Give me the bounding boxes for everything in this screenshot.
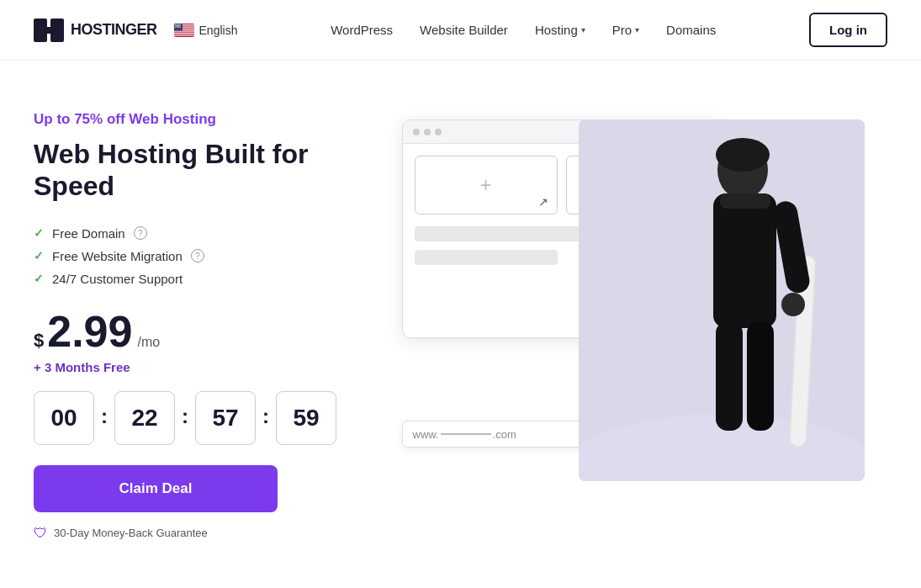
hosting-chevron-icon: ▾ [581,25,585,34]
svg-rect-36 [720,193,770,209]
brand-name: HOSTINGER [71,21,157,39]
feature-free-domain: ✓ Free Domain ? [34,226,353,241]
guarantee: 🛡 30-Day Money-Back Guarantee [34,526,353,541]
svg-point-21 [176,26,177,27]
svg-rect-31 [713,193,776,328]
browser-dot-1 [413,129,420,135]
nav-hosting[interactable]: Hosting ▾ [523,16,597,44]
svg-rect-34 [716,321,743,431]
nav-website-builder[interactable]: Website Builder [408,16,520,44]
promo-prefix: Up to [34,111,74,127]
mockup-bar-2 [415,250,558,265]
nav-pro-label: Pro [612,23,632,37]
language-label: English [199,24,238,37]
url-suffix: .com [493,428,516,441]
nav-wordpress[interactable]: WordPress [319,16,405,44]
promo-tag: Up to 75% off Web Hosting [34,111,353,128]
check-icon-3: ✓ [34,272,44,285]
surfer-bg [579,119,865,481]
svg-point-30 [716,138,770,172]
svg-point-24 [179,26,180,27]
countdown-sep-3: : [262,405,269,428]
promo-suffix: off Web Hosting [103,111,216,127]
pro-chevron-icon: ▾ [635,25,639,34]
price-period: /mo [137,335,160,350]
svg-point-20 [174,26,175,27]
svg-point-11 [174,24,175,24]
svg-point-19 [179,25,180,26]
svg-point-13 [177,24,177,24]
feature-support-label: 24/7 Customer Support [52,272,183,286]
promo-percent: 75% [74,111,103,127]
navbar: HOSTINGER [0,0,921,61]
cursor-icon: ↗ [538,195,548,209]
svg-point-15 [179,24,180,24]
nav-pro[interactable]: Pro ▾ [601,16,651,44]
nav-website-builder-label: Website Builder [420,23,508,37]
countdown-sep-2: : [182,405,188,428]
countdown-minutes: 22 [114,391,175,445]
feature-migration: ✓ Free Website Migration ? [34,249,353,263]
info-icon-1[interactable]: ? [134,226,147,240]
add-icon-1: + [479,173,491,197]
svg-point-12 [176,24,177,24]
countdown: 00 : 22 : 57 : 59 [34,391,353,445]
price-dollar: $ [34,330,44,352]
hero-section: Up to 75% off Web Hosting Web Hosting Bu… [0,61,921,582]
mockup-card-1: + ↗ [415,156,558,215]
surfer-svg [579,119,865,481]
navbar-left: HOSTINGER [34,19,237,42]
feature-free-domain-label: Free Domain [52,226,125,241]
logo[interactable]: HOSTINGER [34,19,157,42]
url-bar: www. .com [402,421,587,448]
logo-icon [34,19,64,42]
check-icon-2: ✓ [34,249,44,262]
claim-deal-button[interactable]: Claim Deal [34,465,278,512]
guarantee-label: 30-Day Money-Back Guarantee [54,527,208,539]
check-icon-1: ✓ [34,226,44,240]
nav-hosting-label: Hosting [535,23,578,37]
svg-rect-2 [34,27,64,34]
nav-domains[interactable]: Domains [654,16,728,44]
login-button[interactable]: Log in [809,13,887,47]
svg-point-14 [178,24,179,24]
svg-point-33 [781,293,805,316]
info-icon-2[interactable]: ? [191,249,204,262]
feature-migration-label: Free Website Migration [52,249,183,263]
features-list: ✓ Free Domain ? ✓ Free Website Migration… [34,226,353,286]
navbar-right: Log in [809,13,887,47]
svg-point-22 [177,26,177,27]
url-domain [441,433,491,435]
browser-dot-2 [424,129,431,135]
svg-point-17 [177,25,177,26]
nav-wordpress-label: WordPress [331,23,393,37]
svg-point-16 [175,25,176,26]
flag-icon [174,24,194,37]
hero-left: Up to 75% off Web Hosting Web Hosting Bu… [34,103,353,541]
svg-rect-9 [174,34,194,35]
countdown-frames: 59 [276,391,336,445]
hero-title: Web Hosting Built for Speed [34,138,353,203]
navbar-nav: WordPress Website Builder Hosting ▾ Pro … [319,16,728,44]
svg-rect-35 [747,321,774,431]
surfer-image [579,119,865,481]
svg-point-23 [178,26,179,27]
pricing: $ 2.99 /mo [34,310,353,353]
nav-domains-label: Domains [666,23,716,37]
feature-support: ✓ 24/7 Customer Support [34,272,353,286]
hero-image-container: + ↗ + www. [377,119,865,473]
svg-point-18 [177,25,178,26]
countdown-seconds: 57 [195,391,256,445]
shield-icon: 🛡 [34,526,47,541]
price-amount: 2.99 [47,310,132,353]
hero-right: + ↗ + www. [353,103,887,473]
url-prefix: www. [413,428,439,441]
browser-dot-3 [435,129,442,135]
countdown-sep-1: : [101,405,108,428]
countdown-hours: 00 [34,391,94,445]
language-selector[interactable]: English [174,24,238,37]
svg-rect-8 [174,32,194,33]
price-bonus: + 3 Months Free [34,360,353,374]
